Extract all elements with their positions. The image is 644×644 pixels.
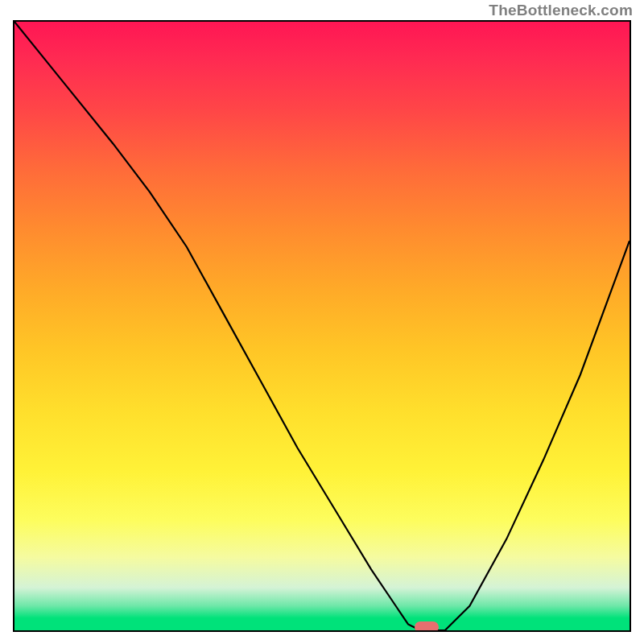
watermark-text: TheBottleneck.com xyxy=(489,2,633,19)
bottleneck-curve-path xyxy=(14,22,630,630)
plot-area xyxy=(13,20,631,632)
bottleneck-chart: TheBottleneck.com xyxy=(0,0,644,644)
curve-layer xyxy=(14,22,630,630)
optimal-marker xyxy=(415,621,439,632)
